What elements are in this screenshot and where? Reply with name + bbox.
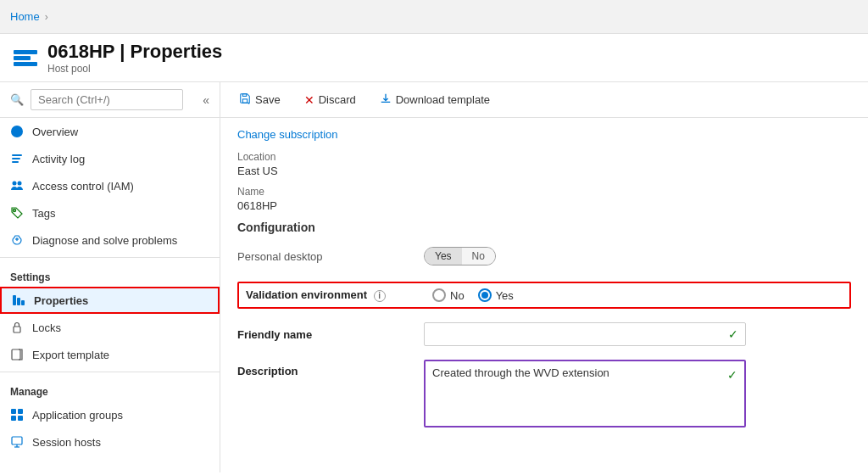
svg-rect-21 [242, 99, 247, 103]
collapse-button[interactable]: « [203, 93, 209, 107]
overview-icon [10, 125, 24, 138]
toolbar: Save ✕ Discard Download template [220, 82, 868, 118]
name-label: Name [237, 186, 851, 198]
top-bar: Home › [0, 0, 868, 34]
sidebar-item-tags[interactable]: Tags [0, 199, 220, 226]
sidebar-item-access-control-label: Access control (IAM) [32, 180, 134, 193]
radio-yes[interactable]: Yes [478, 288, 514, 302]
validation-environment-row: Validation environment i No Yes [237, 282, 851, 309]
activity-log-icon [10, 152, 24, 165]
personal-desktop-switch[interactable]: Yes No [424, 247, 496, 265]
sidebar-item-properties-label: Properties [34, 294, 88, 307]
sidebar-item-export-template-label: Export template [32, 349, 109, 361]
svg-rect-22 [242, 94, 246, 97]
friendly-name-check-icon: ✓ [728, 327, 738, 341]
toggle-yes[interactable]: Yes [425, 248, 462, 265]
svg-point-0 [11, 126, 23, 137]
description-row: Description Created through the WVD exte… [237, 360, 851, 428]
manage-section-label: Manage [0, 376, 220, 401]
sidebar-item-export-template[interactable]: Export template [0, 341, 220, 368]
sidebar-item-session-hosts-label: Session hosts [32, 436, 101, 449]
tags-icon [10, 206, 24, 220]
friendly-name-row: Friendly name ✓ [237, 321, 851, 348]
svg-point-5 [18, 182, 22, 186]
sidebar: 🔍 « Overview Activity log [0, 82, 220, 472]
sidebar-item-overview[interactable]: Overview [0, 118, 220, 145]
sidebar-item-tags-label: Tags [32, 207, 55, 220]
sidebar-item-properties[interactable]: Properties [0, 287, 220, 314]
divider-2 [0, 372, 220, 372]
sidebar-item-session-hosts[interactable]: Session hosts [0, 428, 220, 455]
svg-rect-10 [17, 298, 20, 305]
info-icon[interactable]: i [374, 290, 386, 302]
diagnose-icon [10, 233, 24, 247]
svg-rect-1 [12, 154, 22, 156]
svg-rect-9 [13, 295, 16, 305]
sidebar-item-activity-log[interactable]: Activity log [0, 145, 220, 172]
svg-rect-18 [12, 437, 22, 444]
radio-no-label: No [450, 289, 465, 302]
discard-icon: ✕ [304, 93, 314, 107]
sidebar-item-diagnose[interactable]: Diagnose and solve problems [0, 226, 220, 254]
access-control-icon [10, 179, 24, 193]
main-layout: 🔍 « Overview Activity log [0, 82, 868, 472]
svg-rect-2 [12, 158, 20, 159]
svg-rect-11 [21, 300, 25, 305]
svg-rect-3 [12, 161, 19, 163]
svg-point-4 [13, 182, 17, 186]
description-label: Description [237, 360, 424, 377]
svg-rect-13 [12, 349, 20, 360]
description-textarea[interactable]: Created through the WVD extension ✓ [424, 360, 746, 428]
svg-rect-14 [11, 409, 16, 414]
radio-yes-circle [478, 288, 492, 302]
name-value: 0618HP [237, 199, 851, 212]
personal-desktop-toggle: Yes No [424, 247, 496, 265]
breadcrumb-separator: › [45, 11, 48, 23]
sidebar-item-locks[interactable]: Locks [0, 314, 220, 341]
radio-no[interactable]: No [432, 288, 465, 302]
search-box: 🔍 « [0, 82, 220, 118]
search-input[interactable] [31, 89, 183, 110]
sidebar-item-activity-log-label: Activity log [32, 153, 85, 165]
sidebar-item-access-control[interactable]: Access control (IAM) [0, 172, 220, 199]
sidebar-item-locks-label: Locks [32, 321, 61, 334]
toggle-no[interactable]: No [462, 248, 495, 265]
page-title-block: 0618HP | Properties Host pool [47, 41, 222, 75]
sidebar-item-overview-label: Overview [32, 126, 78, 138]
sidebar-item-application-groups[interactable]: Application groups [0, 401, 220, 428]
location-label: Location [237, 151, 851, 163]
friendly-name-input[interactable]: ✓ [424, 322, 746, 346]
save-button[interactable]: Save [234, 89, 286, 110]
name-field: Name 0618HP [237, 186, 851, 212]
download-template-button[interactable]: Download template [375, 89, 495, 110]
friendly-name-label: Friendly name [237, 328, 424, 341]
personal-desktop-label: Personal desktop [237, 250, 424, 263]
download-template-label: Download template [396, 93, 490, 106]
personal-desktop-row: Personal desktop Yes No [237, 243, 851, 270]
page-title: 0618HP | Properties [47, 41, 222, 63]
radio-no-circle [432, 288, 446, 302]
config-title: Configuration [237, 221, 851, 234]
page-icon [14, 50, 37, 66]
sidebar-item-application-groups-label: Application groups [32, 409, 123, 422]
location-value: East US [237, 165, 851, 177]
application-groups-icon [10, 408, 24, 422]
change-subscription-link[interactable]: Change subscription [237, 128, 851, 141]
location-field: Location East US [237, 151, 851, 177]
breadcrumb-home[interactable]: Home [10, 10, 40, 23]
page-header: 0618HP | Properties Host pool [0, 34, 868, 82]
svg-rect-16 [11, 416, 16, 421]
page-subtitle: Host pool [47, 63, 222, 75]
discard-button[interactable]: ✕ Discard [299, 90, 361, 110]
properties-icon [12, 293, 25, 307]
export-template-icon [10, 348, 24, 361]
sidebar-item-diagnose-label: Diagnose and solve problems [32, 234, 177, 247]
form-area: Change subscription Location East US Nam… [220, 118, 868, 450]
content-area: Save ✕ Discard Download template Change … [220, 82, 868, 472]
settings-section-label: Settings [0, 261, 220, 287]
search-icon: 🔍 [10, 93, 24, 106]
svg-rect-15 [18, 409, 23, 414]
session-hosts-icon [10, 435, 24, 449]
locks-icon [10, 321, 24, 334]
svg-rect-17 [18, 416, 23, 421]
